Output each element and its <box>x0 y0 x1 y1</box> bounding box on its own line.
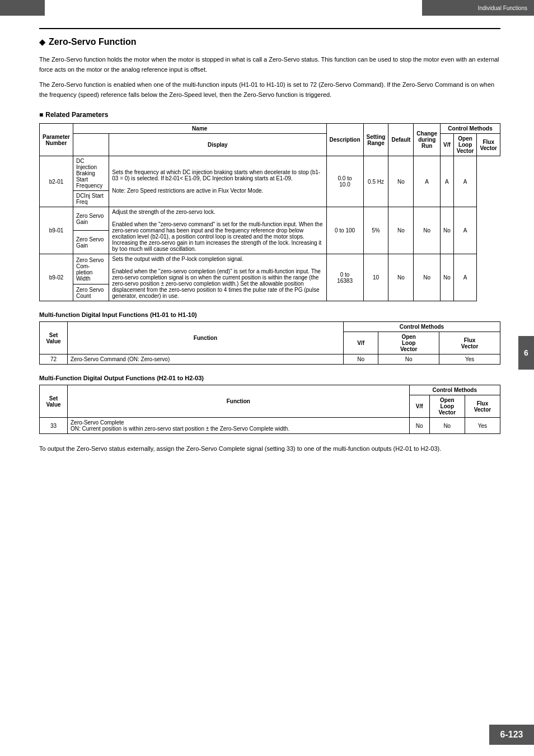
di-func-72: Zero-Servo Command (ON: Zero-servo) <box>68 354 344 365</box>
table-row: 33 Zero-Servo CompleteON: Current positi… <box>40 418 500 434</box>
section-title-text: Zero-Servo Function <box>49 37 136 47</box>
do-col-control-methods: Control Methods <box>409 385 500 395</box>
col-olv: OpenLoopVector <box>453 134 477 156</box>
col-fv: FluxVector <box>477 134 500 156</box>
change-b9-01: No <box>388 207 414 254</box>
name-b9-02-bottom: Zero ServoCount <box>73 284 109 301</box>
header-bar: Individual Functions <box>422 0 534 16</box>
param-b9-01: b9-01 <box>40 207 73 254</box>
fv-b9-02: A <box>453 254 477 301</box>
di-col-olv: OpenLoopVector <box>378 332 439 354</box>
related-parameters-heading: Related Parameters <box>39 111 500 119</box>
do-col-olv: OpenLoopVector <box>429 395 465 418</box>
diamond-icon: ◆ <box>39 38 45 46</box>
fv-b9-01: A <box>453 207 477 254</box>
title-rule <box>39 28 500 29</box>
do-func-33: Zero-Servo CompleteON: Current position … <box>68 418 410 434</box>
do-col-function: Function <box>68 385 410 418</box>
table-row: b9-01 Zero Servo Gain Adjust the strengt… <box>40 207 500 231</box>
col-name-name <box>73 134 109 156</box>
do-fv-33: Yes <box>465 418 500 434</box>
vf-b9-02: No <box>414 254 441 301</box>
vf-b9-01: No <box>414 207 441 254</box>
col-setting-range: SettingRange <box>363 124 388 156</box>
fv-b2-01: A <box>453 156 477 207</box>
digital-output-table-section: SetValue Function Control Methods V/f Op… <box>39 385 500 434</box>
digital-output-table: SetValue Function Control Methods V/f Op… <box>39 385 500 434</box>
do-olv-33: No <box>429 418 465 434</box>
do-col-set-value: SetValue <box>40 385 68 418</box>
col-control-methods: Control Methods <box>441 124 500 134</box>
name-b9-02-top: Zero Servo Com-pletion Width <box>73 254 109 284</box>
col-name-display: Display <box>109 134 326 156</box>
di-col-set-value: SetValue <box>40 322 68 354</box>
range-b2-01: 0.0 to10.0 <box>326 156 363 207</box>
table-row: b9-02 Zero Servo Com-pletion Width Sets … <box>40 254 500 284</box>
section-title: ◆ Zero-Servo Function <box>39 37 500 47</box>
page-number-box: 6-123 <box>489 725 534 745</box>
name-b2-01-bottom: DCInj Start Freq <box>73 191 109 207</box>
footer-paragraph: To output the Zero-Servo status external… <box>39 444 500 454</box>
di-olv-72: No <box>378 354 439 365</box>
body-paragraph-1: The Zero-Servo function holds the motor … <box>39 55 500 74</box>
main-content: ◆ Zero-Servo Function The Zero-Servo fun… <box>39 28 500 454</box>
col-description: Description <box>326 124 363 156</box>
do-col-fv: FluxVector <box>465 395 500 418</box>
desc-b2-01: Sets the frequency at which DC injection… <box>109 156 326 207</box>
di-col-fv: FluxVector <box>439 332 500 354</box>
olv-b9-01: No <box>441 207 454 254</box>
digital-output-title: Multi-Function Digital Output Functions … <box>39 375 500 381</box>
param-b9-02: b9-02 <box>40 254 73 301</box>
related-parameters-table: ParameterNumber Name Description Setting… <box>39 123 500 301</box>
do-col-vf: V/f <box>409 395 429 418</box>
di-col-control-methods: Control Methods <box>343 322 500 332</box>
digital-input-title: Multi-function Digital Input Functions (… <box>39 311 500 318</box>
di-val-72: 72 <box>40 354 68 365</box>
col-change: ChangeduringRun <box>414 124 441 156</box>
table-row: b2-01 DC InjectionBraking StartFrequency… <box>40 156 500 191</box>
olv-b2-01: A <box>441 156 454 207</box>
di-col-function: Function <box>68 322 344 354</box>
col-name: Name <box>73 124 326 134</box>
related-parameters-table-section: ParameterNumber Name Description Setting… <box>39 123 500 301</box>
page-number: 6-123 <box>500 730 523 740</box>
range-b9-02: 0 to16383 <box>326 254 363 301</box>
change-b2-01: No <box>388 156 414 207</box>
default-b9-02: 10 <box>363 254 388 301</box>
name-b9-01-top: Zero Servo Gain <box>73 207 109 231</box>
name-b2-01-top: DC InjectionBraking StartFrequency <box>73 156 109 191</box>
range-b9-01: 0 to 100 <box>326 207 363 254</box>
table-row: 72 Zero-Servo Command (ON: Zero-servo) N… <box>40 354 500 365</box>
name-b9-01-bottom: Zero Servo Gain <box>73 231 109 254</box>
do-val-33: 33 <box>40 418 68 434</box>
chapter-tab: 6 <box>518 336 534 370</box>
vf-b2-01: A <box>414 156 441 207</box>
col-default: Default <box>388 124 414 156</box>
top-left-decoration <box>0 0 45 16</box>
default-b2-01: 0.5 Hz <box>363 156 388 207</box>
chapter-number: 6 <box>524 348 528 357</box>
di-fv-72: Yes <box>439 354 500 365</box>
col-vf: V/f <box>441 134 454 156</box>
col-param-number: ParameterNumber <box>40 124 73 156</box>
change-b9-02: No <box>388 254 414 301</box>
olv-b9-02: No <box>441 254 454 301</box>
di-vf-72: No <box>343 354 378 365</box>
body-paragraph-2: The Zero-Servo function is enabled when … <box>39 80 500 100</box>
header-title: Individual Functions <box>478 5 527 11</box>
digital-input-table-section: SetValue Function Control Methods V/f Op… <box>39 321 500 365</box>
default-b9-01: 5% <box>363 207 388 254</box>
desc-b9-02: Sets the output width of the P-lock comp… <box>109 254 326 301</box>
do-vf-33: No <box>409 418 429 434</box>
param-b2-01: b2-01 <box>40 156 73 207</box>
di-col-vf: V/f <box>343 332 378 354</box>
desc-b9-01: Adjust the strength of the zero-servo lo… <box>109 207 326 254</box>
digital-input-table: SetValue Function Control Methods V/f Op… <box>39 321 500 365</box>
